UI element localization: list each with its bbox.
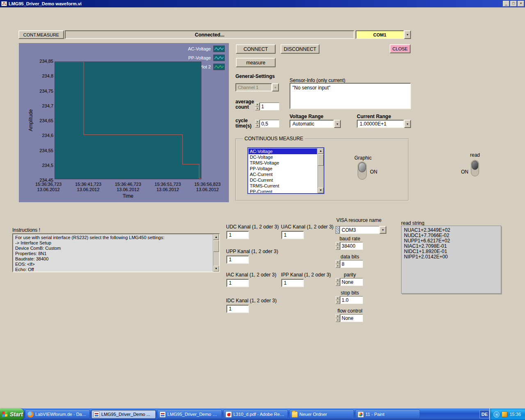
increment-icon[interactable]: ▲	[336, 260, 340, 264]
list-item[interactable]: AC-Voltage	[249, 148, 317, 154]
increment-icon[interactable]: ▲	[336, 242, 340, 246]
udc-kanal-input[interactable]	[226, 231, 249, 239]
start-button[interactable]: Start	[0, 409, 24, 420]
spinner-arrows[interactable]: ▲▼	[336, 314, 340, 322]
list-item[interactable]: AC-Current	[249, 171, 317, 177]
serial-field-input[interactable]	[340, 314, 363, 322]
x-tick-label: 15:36:46,72313.06.2012	[115, 182, 141, 192]
y-tick-label: 234,5	[42, 163, 53, 168]
measure-button[interactable]: measure	[236, 58, 276, 67]
decrement-icon[interactable]: ▼	[336, 246, 340, 250]
increment-icon[interactable]: ▲	[255, 103, 260, 107]
toggle-knob[interactable]	[358, 162, 366, 172]
voltage-range-select[interactable]: Automatic ▼	[290, 120, 341, 128]
list-item[interactable]: DC-Current	[249, 177, 317, 183]
idc-kanal-input[interactable]	[226, 305, 249, 313]
scroll-down-icon[interactable]: ▼	[318, 187, 324, 193]
close-icon[interactable]: ×	[518, 1, 524, 7]
decrement-icon[interactable]: ▼	[336, 300, 340, 304]
spinner-arrows[interactable]: ▲ ▼	[255, 120, 260, 128]
measure-listbox[interactable]: AC-VoltageDC-VoltageTRMS-VoltagePP-Volta…	[248, 148, 324, 194]
spinner-arrows[interactable]: ▲ ▼	[255, 103, 260, 110]
serial-field-input[interactable]	[340, 296, 363, 304]
x-tick-time: 15:36:36,723	[35, 182, 62, 187]
spinner-arrows[interactable]: ▲▼	[336, 260, 340, 268]
graphic-toggle[interactable]	[358, 162, 367, 180]
language-indicator[interactable]: DE	[479, 410, 489, 418]
chevron-down-icon[interactable]: ▼	[272, 83, 279, 91]
cycle-time-input[interactable]	[260, 120, 279, 128]
read-toggle[interactable]	[471, 160, 479, 176]
taskbar-task[interactable]: 11 - Paint	[355, 410, 420, 419]
chevron-down-icon[interactable]: ▼	[334, 120, 341, 128]
x-axis-title: Time	[55, 193, 201, 199]
list-item[interactable]: PP-Voltage	[249, 166, 317, 171]
cont-measure-button[interactable]: CONT.MEASURE	[18, 30, 64, 39]
list-item[interactable]: TRMS-Voltage	[249, 160, 317, 166]
legend-item[interactable]: PP-Voltage	[188, 55, 225, 61]
channel-value: Channel 1	[235, 83, 272, 91]
increment-icon[interactable]: ▲	[336, 278, 340, 282]
close-button[interactable]: CLOSE	[390, 44, 411, 53]
decrement-icon[interactable]: ▼	[336, 264, 340, 268]
listbox-scrollbar[interactable]: ▲ ▼	[317, 148, 324, 193]
clock: 15:36	[509, 412, 521, 417]
x-axis-ticks: 15:36:36,72313.06.201215:36:41,72313.06.…	[35, 182, 221, 192]
scroll-up-icon[interactable]: ▲	[213, 234, 219, 240]
taskbar-task[interactable]: Neuer Ordner	[289, 410, 354, 419]
continuous-measure-group: CONTINUOUS MEASURE AC-VoltageDC-VoltageT…	[235, 139, 409, 201]
scrollbar-thumb[interactable]	[318, 154, 324, 166]
x-tick-time: 15:36:56,823	[194, 182, 221, 187]
minimize-icon[interactable]: _	[503, 1, 509, 7]
graphic-state-label: ON	[370, 169, 377, 175]
tray-app-icon[interactable]	[502, 411, 507, 417]
taskbar-task[interactable]: LMG95_Driver_Demo wa...	[157, 410, 222, 419]
disconnect-button[interactable]: DISCONNECT	[281, 44, 320, 54]
uac-kanal-input[interactable]	[281, 231, 304, 239]
chevron-down-icon[interactable]: ▼	[404, 120, 411, 128]
spinner-arrows[interactable]: ▲▼	[336, 242, 340, 250]
taskbar-task[interactable]: LabVIEWforum.de - Das ...	[25, 410, 90, 419]
decrement-icon[interactable]: ▼	[255, 107, 260, 111]
spinner-arrows[interactable]: ▲▼	[336, 278, 340, 286]
list-item[interactable]: PP-Current	[249, 189, 317, 193]
graphic-toggle-label: Graphic	[354, 155, 372, 161]
increment-icon[interactable]: ▲	[336, 314, 340, 318]
taskbar-task[interactable]: L310_d.pdf - Adobe Rea...	[223, 410, 288, 419]
iac-kanal-input[interactable]	[226, 279, 249, 287]
serial-field-input[interactable]	[340, 260, 363, 268]
scrollbar-thumb[interactable]	[213, 240, 219, 252]
list-item[interactable]: DC-Voltage	[249, 154, 317, 160]
scroll-down-icon[interactable]: ▼	[213, 266, 219, 272]
restore-icon[interactable]: □	[510, 1, 517, 7]
plot-waveform-icon	[213, 46, 225, 52]
increment-icon[interactable]: ▲	[336, 296, 340, 300]
average-count-input[interactable]	[260, 103, 279, 110]
channel-select[interactable]: Channel 1 ▼	[235, 83, 279, 91]
scroll-up-icon[interactable]: ▲	[318, 148, 324, 154]
com-port-combo[interactable]: COM1 ▼	[356, 30, 411, 39]
serial-field-input[interactable]	[340, 278, 363, 286]
x-tick-label: 15:36:41,72313.06.2012	[75, 182, 101, 192]
continuous-measure-title: CONTINUOUS MEASURE	[243, 136, 305, 142]
ipp-kanal-input[interactable]	[281, 279, 304, 287]
visa-resource-combo[interactable]: COM3 ▼	[336, 226, 386, 234]
connect-button[interactable]: CONNECT	[236, 44, 276, 54]
decrement-icon[interactable]: ▼	[255, 124, 260, 128]
taskbar-task[interactable]: LMG95_Driver_Demo ...	[91, 410, 156, 419]
increment-icon[interactable]: ▲	[255, 120, 260, 124]
toggle-knob[interactable]	[472, 161, 478, 170]
current-range-select[interactable]: 1.00000E+1 ▼	[357, 120, 411, 128]
decrement-icon[interactable]: ▼	[336, 282, 340, 286]
chevron-double-left-icon[interactable]: «	[493, 411, 500, 418]
decrement-icon[interactable]: ▼	[336, 318, 340, 322]
chevron-down-icon[interactable]: ▼	[404, 30, 411, 39]
list-item[interactable]: TRMS-Current	[249, 183, 317, 189]
upp-kanal-input[interactable]	[226, 256, 249, 264]
serial-field-label: flow control	[336, 307, 364, 314]
chevron-down-icon[interactable]: ▼	[379, 226, 386, 234]
instructions-scrollbar[interactable]: ▲ ▼	[213, 234, 219, 272]
legend-item[interactable]: AC-Voltage	[188, 46, 225, 52]
spinner-arrows[interactable]: ▲▼	[336, 296, 340, 304]
serial-field-input[interactable]	[340, 242, 363, 250]
